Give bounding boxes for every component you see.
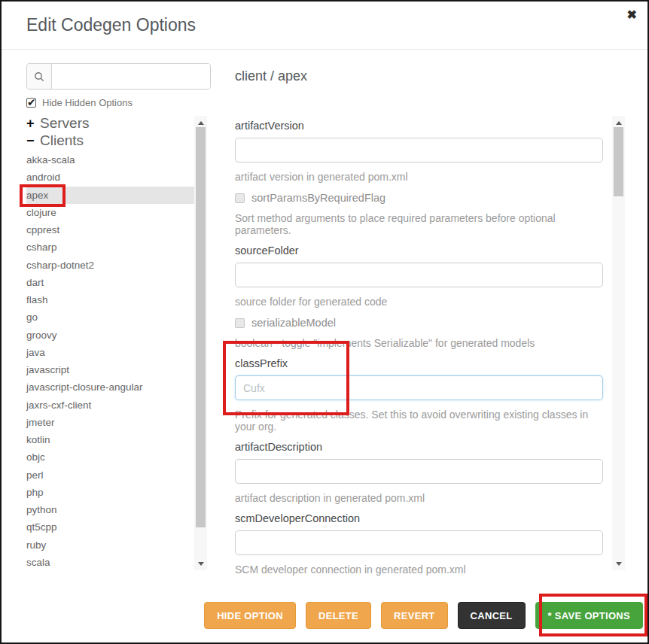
scrollbar-thumb[interactable] [614, 127, 623, 196]
artifactVersion-field[interactable] [235, 138, 603, 163]
sidebar-item-cpprest[interactable]: cpprest [26, 221, 194, 238]
sidebar-item-java[interactable]: java [26, 344, 194, 361]
sidebar-item-python[interactable]: python [26, 501, 194, 518]
help-text-scmDeveloperConnection: SCM developer connection in generated po… [235, 564, 603, 576]
delete-button[interactable]: DELETE [306, 602, 371, 629]
hide-hidden-label: Hide Hidden Options [42, 97, 133, 108]
sidebar-item-akka-scala[interactable]: akka-scala [26, 151, 194, 169]
revert-button[interactable]: REVERT [381, 602, 448, 629]
sidebar-item-csharp-dotnet2[interactable]: csharp-dotnet2 [26, 257, 194, 274]
scroll-up-icon[interactable] [612, 117, 625, 128]
tree: +Servers−Clients [26, 114, 89, 149]
sortParamsByRequiredFlag-row: sortParamsByRequiredFlag [235, 192, 603, 204]
help-text-sortParamsByRequiredFlag: Sort method arguments to place required … [235, 212, 603, 236]
artifactDescription-field[interactable] [235, 459, 603, 484]
sidebar-item-jaxrs-cxf-client[interactable]: jaxrs-cxf-client [26, 396, 194, 414]
tree-node-label: Servers [40, 115, 89, 132]
options-form: artifactVersionartifact version in gener… [235, 116, 603, 584]
help-text-serializableModel: boolean - toggle "implements Serializabl… [235, 337, 603, 349]
edit-codegen-options-dialog: { "dialog": { "title": "Edit Codegen Opt… [0, 0, 649, 644]
cancel-button[interactable]: CANCEL [458, 602, 526, 629]
scroll-up-icon[interactable] [194, 117, 207, 128]
collapse-icon[interactable]: − [26, 134, 40, 147]
scrollbar-thumb[interactable] [196, 127, 206, 527]
tree-node-servers[interactable]: +Servers [26, 114, 89, 132]
dialog-header: Edit Codegen Options ✖ [2, 2, 647, 50]
field-label-artifactVersion: artifactVersion [235, 120, 603, 132]
field-label-classPrefix: classPrefix [235, 357, 603, 369]
sidebar-item-jmeter[interactable]: jmeter [26, 414, 194, 431]
scmDeveloperConnection-field[interactable] [235, 530, 603, 555]
breadcrumb: client / apex [235, 68, 307, 84]
sidebar-item-qt5cpp[interactable]: qt5cpp [26, 518, 194, 536]
sidebar-item-dart[interactable]: dart [26, 274, 194, 291]
hide-hidden-checkbox[interactable] [26, 98, 36, 108]
sidebar-item-perl[interactable]: perl [26, 466, 194, 484]
sidebar-item-scala[interactable]: scala [26, 554, 194, 571]
checkbox-label-sortParamsByRequiredFlag: sortParamsByRequiredFlag [251, 192, 385, 204]
sourceFolder-field[interactable] [235, 263, 603, 287]
sidebar-item-apex[interactable]: apex [26, 187, 194, 204]
client-list-scrollbar[interactable] [194, 116, 207, 570]
help-text-classPrefix: Prefix for generated classes. Set this t… [235, 409, 603, 433]
sidebar-item-php[interactable]: php [26, 484, 194, 501]
tree-node-clients[interactable]: −Clients [26, 132, 89, 149]
expand-icon[interactable]: + [26, 117, 40, 130]
scroll-down-icon[interactable] [194, 558, 207, 569]
sidebar-item-ruby[interactable]: ruby [26, 536, 194, 554]
sidebar-item-javascript-closure-angular[interactable]: javascript-closure-angular [26, 378, 194, 396]
field-label-scmDeveloperConnection: scmDeveloperConnection [235, 512, 603, 524]
save-options-button[interactable]: * SAVE OPTIONS [535, 602, 643, 629]
field-label-sourceFolder: sourceFolder [235, 245, 603, 257]
hide-hidden-row: Hide Hidden Options [26, 97, 133, 108]
page-title: Edit Codegen Options [26, 15, 196, 35]
classPrefix-field[interactable] [235, 375, 603, 400]
sidebar-item-kotlin[interactable]: kotlin [26, 431, 194, 448]
sidebar-item-go[interactable]: go [26, 308, 194, 326]
sortParamsByRequiredFlag-checkbox[interactable] [235, 193, 245, 203]
client-list: akka-scalaandroidapexclojurecpprestcshar… [26, 151, 194, 571]
sidebar-item-android[interactable]: android [26, 169, 194, 186]
sidebar-item-groovy[interactable]: groovy [26, 327, 194, 344]
options-form-scrollbar[interactable] [612, 116, 625, 570]
serializableModel-checkbox[interactable] [235, 318, 245, 328]
search-input[interactable] [52, 64, 210, 89]
close-icon[interactable]: ✖ [627, 7, 637, 23]
sidebar-item-javascript[interactable]: javascript [26, 361, 194, 378]
help-text-artifactDescription: artifact description in generated pom.xm… [235, 492, 603, 504]
sidebar-item-clojure[interactable]: clojure [26, 204, 194, 221]
hide-option-button[interactable]: HIDE OPTION [204, 602, 296, 629]
search-box [26, 63, 211, 90]
field-label-artifactDescription: artifactDescription [235, 441, 603, 453]
help-text-sourceFolder: source folder for generated code [235, 296, 603, 308]
checkbox-label-serializableModel: serializableModel [251, 317, 336, 329]
sidebar-item-objc[interactable]: objc [26, 448, 194, 466]
serializableModel-row: serializableModel [235, 317, 603, 329]
tree-node-label: Clients [40, 132, 84, 149]
sidebar-item-csharp[interactable]: csharp [26, 238, 194, 256]
help-text-artifactVersion: artifact version in generated pom.xml [235, 171, 603, 183]
footer: HIDE OPTIONDELETEREVERTCANCEL* SAVE OPTI… [2, 602, 643, 629]
search-icon [27, 64, 52, 89]
scroll-down-icon[interactable] [612, 558, 625, 569]
sidebar-item-flash[interactable]: flash [26, 291, 194, 308]
